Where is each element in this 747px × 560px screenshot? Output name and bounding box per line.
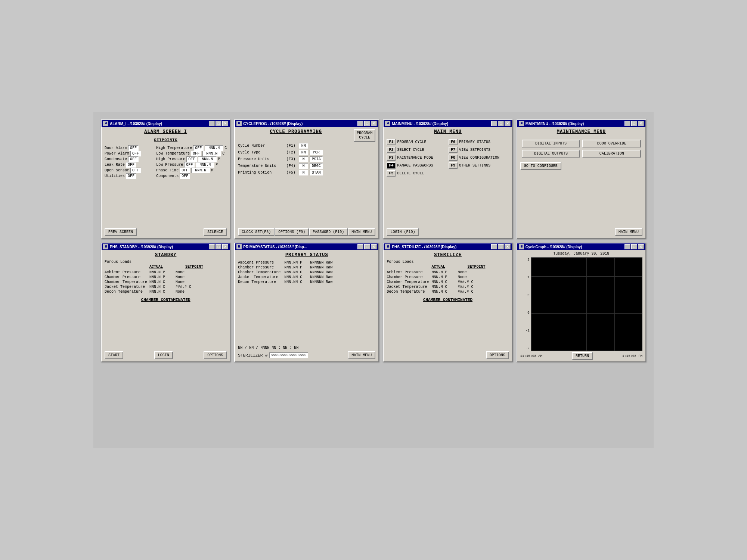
cycle-val2-3[interactable]: DEGC [310,163,323,169]
mainmenu-close-btn[interactable]: ✕ [505,121,511,126]
primarystatus-maximize-btn[interactable]: □ [364,244,370,249]
alarm-phasetime-value[interactable]: OFF [180,168,190,173]
cyclegraph-minimize-btn[interactable]: _ [624,244,630,249]
options-f9-button[interactable]: OPTIONS (F9) [275,228,309,236]
standby-close-btn[interactable]: ✕ [222,244,228,249]
grid-v-3 [614,258,615,351]
standby-login-button[interactable]: LOGIN [154,351,173,359]
alarm-power-value[interactable]: OFF [130,151,141,156]
alarm-hightemp-sp[interactable]: NNN.N [205,145,223,151]
sterilize-category: Porous Loads [387,260,509,264]
alarm-utilities-value[interactable]: OFF [126,173,136,179]
cycle-val2-1[interactable]: POR [310,150,323,155]
cyclegraph-content: Tuesday, January 30, 2018 2 1 0 0 -1 -2 [517,250,645,361]
cycle-val1-2[interactable]: N [299,156,308,162]
menu-key-f9[interactable]: F9 [449,162,458,169]
menu-key-f1[interactable]: F1 [387,139,396,145]
mainmenu-maximize-btn[interactable]: □ [498,121,504,126]
menu-key-f3[interactable]: F3 [387,155,396,161]
primarystatus-minimize-btn[interactable]: _ [357,244,363,249]
menu-key-f4[interactable]: F4 [387,162,396,169]
maintmenu-minimize-btn[interactable]: _ [624,121,630,126]
mainmenu-minimize-btn[interactable]: _ [491,121,497,126]
menu-key-f2[interactable]: F2 [387,147,396,153]
primarystatus-close-btn[interactable]: ✕ [371,244,377,249]
alarm-highpressure-value[interactable]: OFF [186,156,197,162]
maintmenu-maximize-btn[interactable]: □ [631,121,637,126]
standby-minimize-btn[interactable]: _ [209,244,215,249]
alarm-leakrate-value[interactable]: OFF [126,162,136,168]
ps-mainmenu-button[interactable]: MAIN MENU [348,351,375,359]
menu-key-f6[interactable]: F6 [449,139,458,145]
standby-ra-2: NNN.N C [149,280,176,284]
graph-area [531,257,642,351]
cyclegraph-date: Tuesday, January 30, 2018 [520,252,642,256]
sterilize-minimize-btn[interactable]: _ [491,244,497,249]
alarm-minimize-btn[interactable]: _ [209,121,215,126]
cycle-val2-4[interactable]: STAN [310,170,323,175]
cycle-val1-0[interactable]: NN [299,143,308,149]
alarm-maximize-btn[interactable]: □ [216,121,221,126]
login-f10-button[interactable]: LOGIN (F10) [387,228,419,236]
menu-key-f7[interactable]: F7 [449,147,458,153]
cycle-val1-4[interactable]: N [299,170,308,175]
standby-maximize-btn[interactable]: □ [216,244,221,249]
standby-rs-2: None [176,280,198,284]
cycleprog-mainmenu-button[interactable]: MAIN MENU [348,228,375,236]
alarm-lowpressure-value[interactable]: OFF [184,162,195,168]
standby-rl-4: Decon Temperature [105,290,149,294]
digital-outputs-button[interactable]: DIGITAL OUTPUTS [522,150,580,158]
maintmenu-close-btn[interactable]: ✕ [638,121,644,126]
cyclegraph-close-btn[interactable]: ✕ [638,244,644,249]
cycleprog-minimize-btn[interactable]: _ [357,121,363,126]
start-button[interactable]: START [105,351,123,359]
cycle-val1-1[interactable]: NN [299,150,308,155]
alarm-lowtemp-sp[interactable]: NNN.N [202,151,221,156]
alarm-lowtemp-value[interactable]: OFF [191,151,201,156]
cycleprog-close-btn[interactable]: ✕ [371,121,377,126]
password-f10-button[interactable]: PASSWORD (F10) [309,228,348,236]
alarm-condensate-value[interactable]: OFF [128,156,139,162]
cycleprog-window: 🖥 CYCLEPROG - /103928// (Display) _ □ ✕ … [234,119,379,239]
maintmenu-mainmenu-button[interactable]: MAIN MENU [615,228,642,236]
alarm-lowpressure-sp[interactable]: NNN.N [196,162,214,168]
alarm-close-btn[interactable]: ✕ [222,121,228,126]
cyclegraph-maximize-btn[interactable]: □ [631,244,637,249]
ster-row-3: Jacket Temperature NNN.N C ###.# C [387,285,509,289]
goto-configure-button[interactable]: GO TO CONFIGURE [520,162,561,170]
alarm-opensensor-value[interactable]: OFF [130,168,141,173]
return-button[interactable]: RETURN [572,352,593,360]
sterilize-close-btn[interactable]: ✕ [505,244,511,249]
menu-label-f3: MAINTENANCE MODE [397,156,433,160]
menu-key-f8[interactable]: F8 [449,155,458,161]
standby-options-button[interactable]: OPTIONS [204,351,227,359]
graph-bottom-row: 11:15:08 AM RETURN 1:15:08 PM [520,352,642,360]
cycle-label-4: Printing Option [238,171,283,175]
alarm-lowpressure-label: Low Pressure [156,163,183,167]
sterilize-maximize-btn[interactable]: □ [498,244,504,249]
cycleprog-maximize-btn[interactable]: □ [364,121,370,126]
door-override-button[interactable]: DOOR OVERRIDE [582,140,641,147]
cycle-row-2: Pressure Units (F3) N PSIA [238,156,375,162]
digital-inputs-button[interactable]: DIGITAL INPUTS [522,140,580,147]
cyclegraph-titlebar: 🖥 CycleGraph - /103928// (Display) _ □ ✕ [517,243,645,250]
ps-sterilizer-value[interactable]: ssssssssssssssss [269,352,308,358]
alarm-door-value[interactable]: OFF [128,145,139,151]
sterilize-options-button[interactable]: OPTIONS [486,351,509,359]
standby-row-4: Decon Temperature NNN.N C None [105,290,227,294]
menu-key-f5[interactable]: F5 [387,170,396,177]
cycle-val1-3[interactable]: N [299,163,308,169]
ps-value-0: NNN.NN P [284,261,309,265]
menu-item-f3: F3 MAINTENANCE MODE [387,155,447,161]
ster-row-4: Decon Temperature NNN.N C ###.# C [387,290,509,294]
alarm-highpressure-sp[interactable]: NNN.N [198,156,217,162]
alarm-components-value[interactable]: OFF [180,173,190,179]
silence-button[interactable]: SILENCE [204,228,227,236]
calibration-button[interactable]: CALIBRATION [582,150,641,158]
program-cycle-button[interactable]: PROGRAMCYCLE [354,129,375,142]
alarm-phasetime-sp[interactable]: NNN.N [191,168,210,173]
clock-set-button[interactable]: CLOCK SET(F8) [238,228,275,236]
alarm-hightemp-value[interactable]: OFF [193,145,204,151]
prev-screen-button[interactable]: PREV SCREEN [105,228,137,236]
cycle-val2-2[interactable]: PSIA [310,156,323,162]
